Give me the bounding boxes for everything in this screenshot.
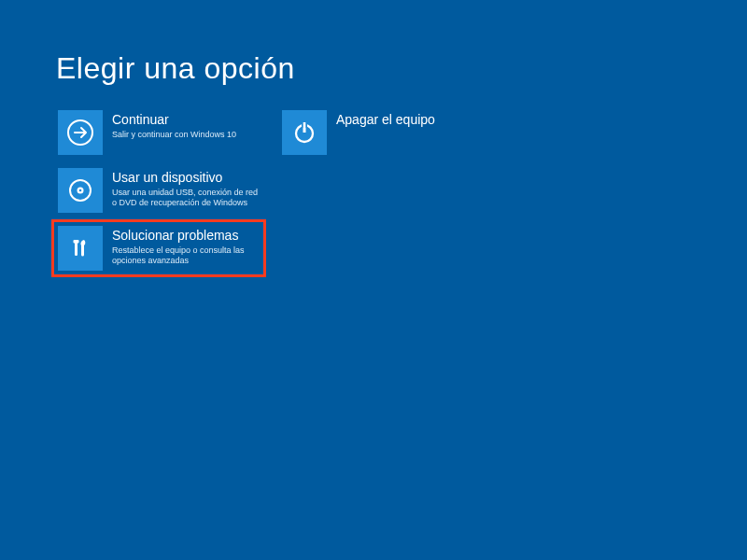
option-label: Usar un dispositivo bbox=[112, 170, 260, 186]
option-text: Continuar Salir y continuar con Windows … bbox=[112, 110, 260, 140]
option-sublabel: Restablece el equipo o consulta las opci… bbox=[112, 245, 260, 267]
options-column-left: Continuar Salir y continuar con Windows … bbox=[56, 108, 261, 273]
disc-icon bbox=[58, 168, 103, 213]
svg-rect-9 bbox=[303, 122, 306, 133]
option-sublabel: Salir y continuar con Windows 10 bbox=[112, 130, 260, 140]
power-icon bbox=[282, 110, 327, 155]
option-troubleshoot[interactable]: Solucionar problemas Restablece el equip… bbox=[56, 224, 261, 273]
tools-icon bbox=[58, 226, 103, 271]
option-label: Apagar el equipo bbox=[336, 112, 484, 128]
option-text: Solucionar problemas Restablece el equip… bbox=[112, 226, 260, 266]
options-column-right: Apagar el equipo bbox=[280, 108, 486, 157]
option-sublabel: Usar una unidad USB, conexión de red o D… bbox=[112, 188, 260, 209]
option-continue[interactable]: Continuar Salir y continuar con Windows … bbox=[56, 108, 261, 157]
option-label: Solucionar problemas bbox=[112, 228, 260, 244]
arrow-right-icon bbox=[58, 110, 103, 155]
svg-point-3 bbox=[79, 189, 82, 192]
options-grid: Continuar Salir y continuar con Windows … bbox=[56, 108, 691, 273]
option-use-device[interactable]: Usar un dispositivo Usar una unidad USB,… bbox=[56, 166, 261, 215]
page-title: Elegir una opción bbox=[56, 51, 691, 86]
option-text: Apagar el equipo bbox=[336, 110, 484, 130]
svg-rect-5 bbox=[74, 240, 79, 244]
option-label: Continuar bbox=[112, 112, 260, 128]
recovery-options-screen: Elegir una opción Continuar Salir y cont… bbox=[0, 0, 747, 324]
option-shutdown[interactable]: Apagar el equipo bbox=[280, 108, 486, 157]
option-text: Usar un dispositivo Usar una unidad USB,… bbox=[112, 168, 260, 208]
